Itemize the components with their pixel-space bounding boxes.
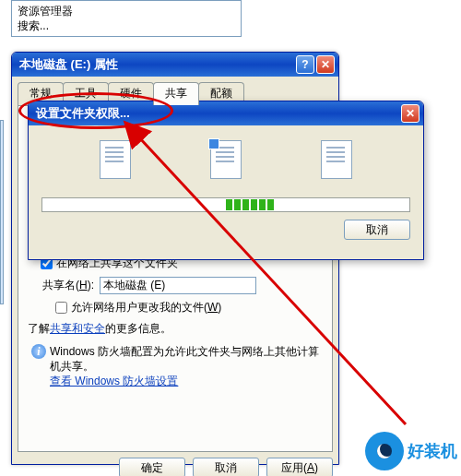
dialog-title: 设置文件夹权限... bbox=[36, 105, 130, 122]
sidebar-stub bbox=[0, 120, 4, 304]
dialog-cancel-button[interactable]: 取消 bbox=[344, 220, 410, 240]
properties-button-row: 确定 取消 应用(A) bbox=[12, 458, 333, 476]
watermark: 好装机 bbox=[365, 432, 457, 470]
learn-more-line: 了解共享和安全的更多信息。 bbox=[28, 321, 323, 337]
allow-write-checkbox[interactable] bbox=[55, 302, 67, 314]
document-icon bbox=[210, 140, 242, 179]
firewall-settings-link[interactable]: 查看 Windows 防火墙设置 bbox=[50, 374, 321, 388]
allow-write-label: 允许网络用户更改我的文件(W) bbox=[71, 300, 221, 315]
learn-sharing-security-link[interactable]: 共享和安全 bbox=[50, 322, 105, 335]
tab-sharing[interactable]: 共享 bbox=[153, 82, 199, 105]
info-icon: i bbox=[31, 344, 46, 359]
set-permissions-dialog: 设置文件夹权限... ✕ 取消 bbox=[28, 101, 424, 260]
document-icon bbox=[100, 140, 131, 179]
allow-write-row: 允许网络用户更改我的文件(W) bbox=[55, 300, 323, 315]
watermark-logo-icon bbox=[365, 432, 404, 470]
bg-item-explorer[interactable]: 资源管理器 bbox=[18, 4, 235, 18]
share-name-row: 共享名(H): bbox=[42, 277, 323, 294]
firewall-info-text: Windows 防火墙配置为允许此文件夹与网络上其他计算机共享。 bbox=[50, 344, 321, 374]
watermark-text: 好装机 bbox=[408, 440, 457, 462]
cancel-button[interactable]: 取消 bbox=[193, 458, 259, 476]
firewall-info-block: i Windows 防火墙配置为允许此文件夹与网络上其他计算机共享。 查看 Wi… bbox=[31, 344, 321, 388]
properties-titlebar[interactable]: 本地磁盘 (E:) 属性 ? ✕ bbox=[12, 53, 338, 77]
dialog-titlebar[interactable]: 设置文件夹权限... ✕ bbox=[29, 101, 423, 125]
dialog-close-button[interactable]: ✕ bbox=[401, 104, 420, 123]
animated-copy-icons bbox=[60, 140, 392, 179]
close-button[interactable]: ✕ bbox=[316, 55, 335, 74]
progress-bar bbox=[41, 197, 410, 212]
apply-button[interactable]: 应用(A) bbox=[266, 458, 333, 476]
ok-button[interactable]: 确定 bbox=[119, 458, 185, 476]
background-sidebar-panel: 资源管理器 搜索... bbox=[11, 0, 242, 37]
properties-title: 本地磁盘 (E:) 属性 bbox=[19, 56, 118, 73]
help-button[interactable]: ? bbox=[296, 55, 314, 74]
share-name-input[interactable] bbox=[100, 277, 256, 294]
share-name-label: 共享名(H): bbox=[42, 278, 94, 293]
document-icon bbox=[321, 140, 352, 179]
bg-item-search[interactable]: 搜索... bbox=[18, 18, 235, 33]
